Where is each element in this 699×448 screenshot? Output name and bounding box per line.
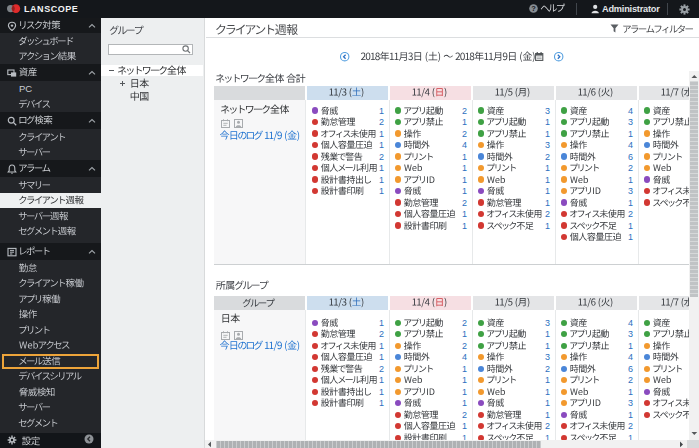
svg-text:?: ? (531, 4, 536, 13)
